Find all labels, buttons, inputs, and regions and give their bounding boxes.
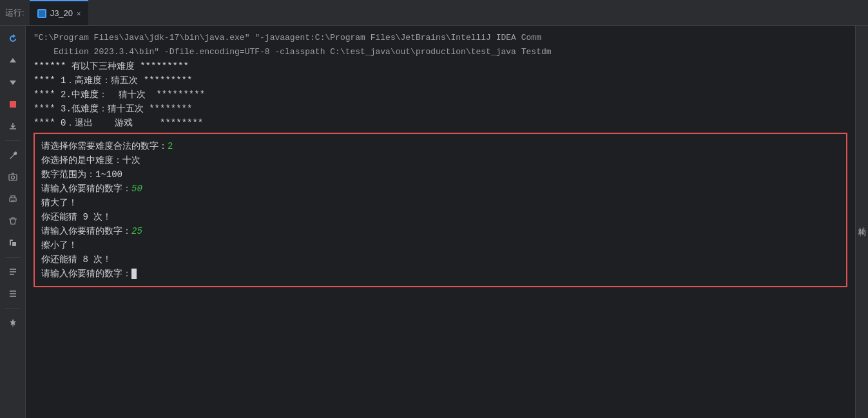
print-button[interactable] bbox=[4, 190, 22, 208]
pin-button[interactable] bbox=[4, 314, 22, 332]
top-bar: 运行: J3_20 × bbox=[0, 0, 868, 26]
input-label-2: 你选择的是中难度：十次 bbox=[41, 153, 140, 167]
scroll-up-button[interactable] bbox=[4, 52, 22, 70]
svg-rect-6 bbox=[10, 198, 16, 202]
restart-button[interactable] bbox=[4, 30, 22, 48]
input-line-10[interactable]: 请输入你要猜的数字： bbox=[41, 267, 840, 281]
wrench-button[interactable] bbox=[4, 146, 22, 164]
right-panel-label: 结构 bbox=[856, 221, 867, 223]
scroll-down-button[interactable] bbox=[4, 73, 22, 91]
delete-button[interactable] bbox=[4, 212, 22, 230]
svg-rect-3 bbox=[10, 101, 16, 108]
cmd-line-2: Edition 2023.3.4\bin" -Dfile.encoding=UT… bbox=[34, 45, 847, 59]
redirect-button[interactable] bbox=[4, 234, 22, 252]
stop-button[interactable] bbox=[4, 95, 22, 113]
cmd-text-2: Edition 2023.3.4\bin" -Dfile.encoding=UT… bbox=[34, 45, 552, 59]
input-label-7: 请输入你要猜的数字： bbox=[41, 224, 131, 238]
right-panel: 结构 bbox=[855, 26, 868, 418]
tab-close-button[interactable]: × bbox=[77, 10, 81, 17]
input-line-5: 猜大了！ bbox=[41, 196, 840, 210]
svg-marker-1 bbox=[10, 58, 16, 62]
toolbar-separator-1 bbox=[5, 140, 21, 141]
input-line-3: 数字范围为：1~100 bbox=[41, 167, 840, 182]
input-label-4: 请输入你要猜的数字： bbox=[41, 182, 131, 196]
tab-j3-20[interactable]: J3_20 × bbox=[30, 0, 89, 25]
menu-text-2: **** 1．高难度：猜五次 ********* bbox=[34, 73, 192, 88]
download-button[interactable] bbox=[4, 117, 22, 135]
menu-line-4: **** 3.低难度：猜十五次 ******** bbox=[34, 102, 847, 116]
input-line-4: 请输入你要猜的数字： 50 bbox=[41, 182, 840, 196]
menu-line-2: **** 1．高难度：猜五次 ********* bbox=[34, 73, 847, 88]
menu-line-3: **** 2.中难度： 猜十次 ********* bbox=[34, 88, 847, 102]
input-line-1: 请选择你需要难度合法的数字： 2 bbox=[41, 139, 840, 153]
console-area: "C:\Program Files\Java\jdk-17\bin\java.e… bbox=[26, 26, 855, 418]
svg-point-5 bbox=[11, 176, 14, 179]
input-value-7: 25 bbox=[131, 224, 142, 238]
menu-text-4: **** 3.低难度：猜十五次 ******** bbox=[34, 102, 192, 116]
lines-button-1[interactable] bbox=[4, 263, 22, 281]
menu-line-1: ****** 有以下三种难度 ********* bbox=[34, 59, 847, 73]
run-label: 运行: bbox=[5, 7, 24, 19]
input-line-6: 你还能猜 9 次！ bbox=[41, 210, 840, 224]
tab-label: J3_20 bbox=[50, 8, 73, 18]
menu-text-5: **** 0．退出 游戏 ******** bbox=[34, 116, 203, 130]
left-toolbar bbox=[0, 26, 26, 418]
cmd-text-1: "C:\Program Files\Java\jdk-17\bin\java.e… bbox=[34, 31, 541, 45]
toolbar-separator-3 bbox=[5, 308, 21, 309]
input-value-1: 2 bbox=[168, 139, 173, 153]
camera-button[interactable] bbox=[4, 168, 22, 186]
main-area: "C:\Program Files\Java\jdk-17\bin\java.e… bbox=[0, 26, 868, 418]
input-label-3: 数字范围为：1~100 bbox=[41, 167, 122, 182]
input-label-8: 擦小了！ bbox=[41, 238, 77, 252]
svg-marker-2 bbox=[10, 81, 16, 85]
input-label-6: 你还能猜 9 次！ bbox=[41, 210, 111, 224]
lines-button-2[interactable] bbox=[4, 285, 22, 303]
toolbar-separator-2 bbox=[5, 257, 21, 258]
menu-text-3: **** 2.中难度： 猜十次 ********* bbox=[34, 88, 205, 102]
input-line-7: 请输入你要猜的数字： 25 bbox=[41, 224, 840, 238]
tab-icon bbox=[37, 9, 46, 18]
input-label-9: 你还能猜 8 次！ bbox=[41, 252, 111, 267]
input-value-4: 50 bbox=[131, 182, 142, 196]
text-cursor bbox=[131, 269, 137, 279]
svg-rect-4 bbox=[9, 175, 17, 180]
menu-text-1: ****** 有以下三种难度 ********* bbox=[34, 59, 189, 73]
input-line-8: 擦小了！ bbox=[41, 238, 840, 252]
input-line-2: 你选择的是中难度：十次 bbox=[41, 153, 840, 167]
input-section: 请选择你需要难度合法的数字： 2 你选择的是中难度：十次 数字范围为：1~100… bbox=[34, 133, 847, 287]
cmd-line-1: "C:\Program Files\Java\jdk-17\bin\java.e… bbox=[34, 31, 847, 45]
svg-rect-0 bbox=[39, 10, 45, 17]
input-label-10: 请输入你要猜的数字： bbox=[41, 267, 131, 281]
input-label-1: 请选择你需要难度合法的数字： bbox=[41, 139, 168, 153]
menu-line-5: **** 0．退出 游戏 ******** bbox=[34, 116, 847, 130]
input-label-5: 猜大了！ bbox=[41, 196, 77, 210]
input-line-9: 你还能猜 8 次！ bbox=[41, 252, 840, 267]
